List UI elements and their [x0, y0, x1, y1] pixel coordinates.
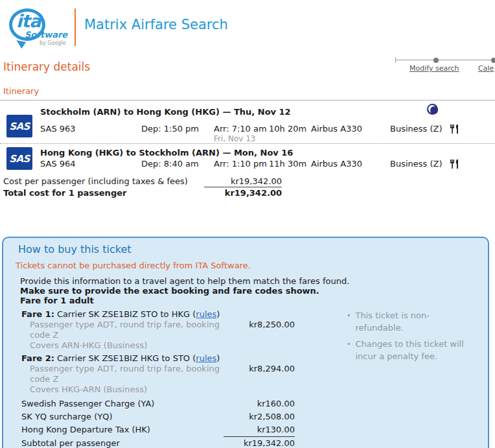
flight-route-header: Stockholm (ARN) to Hong Kong (HKG) — Thu… [40, 107, 291, 117]
total-cost-label: Total cost for 1 passenger [3, 188, 126, 198]
how-to-buy-panel: How to buy this ticket Tickets cannot be… [2, 237, 489, 448]
charge-label: SK YQ surcharge (YQ) [21, 410, 112, 423]
fare-table: Fare 1: Carrier SK ZSE1BIZ STO to HKG (r… [21, 309, 295, 448]
fare-2-amount: kr8,294.00 [224, 364, 295, 384]
fare-1-detail: Passenger type ADT, round trip fare, boo… [21, 320, 224, 340]
ita-logo-software: Software [25, 30, 67, 40]
note-penalty: Changes to this ticket will incur a pena… [347, 338, 473, 362]
fare-2-prefix: Fare 2: [21, 353, 54, 363]
app-title: Matrix Airfare Search [84, 17, 228, 32]
flight-route-header: Hong Kong (HKG) to Stockholm (ARN) — Mon… [40, 148, 293, 158]
page-title: Itinerary details [3, 60, 90, 73]
fare-for-adult-label: Fare for 1 adult [20, 296, 479, 305]
purchase-warning: Tickets cannot be purchased directly fro… [16, 261, 479, 270]
stepper-dot-modify [433, 58, 439, 63]
modify-search-link[interactable]: Modify search [409, 64, 459, 73]
total-cost-row: Total cost for 1 passenger kr19,342.00 [3, 188, 327, 198]
fare-2-title: Carrier SK ZSE1BIZ HKG to STO [57, 353, 190, 363]
subtotal-per-passenger-row: Subtotal per passenger kr19,342.00 [21, 437, 295, 448]
fare-2-covers: Covers HKG-ARN (Business) [21, 384, 295, 395]
charge-amount: kr19,342.00 [224, 437, 295, 448]
charge-row-hk: Hong Kong Departure Tax (HK) kr130.00 [21, 423, 295, 437]
aircraft-type: Airbus A330 [311, 159, 362, 169]
sas-airline-logo: SAS [6, 115, 32, 137]
charge-label: Hong Kong Departure Tax (HK) [21, 423, 150, 437]
stepper-track [395, 60, 495, 60]
flight-row-return: SAS Hong Kong (HKG) to Stockholm (ARN) —… [0, 145, 495, 175]
paren-close: ) [216, 353, 220, 363]
cost-per-passenger-label: Cost per passenger (including taxes & fe… [3, 176, 188, 186]
charge-row-yq: SK YQ surcharge (YQ) kr2,508.00 [21, 410, 295, 423]
how-to-buy-title: How to buy this ticket [18, 243, 479, 255]
flight-number: SAS 963 [40, 124, 76, 134]
fare-1-rules-link[interactable]: rules [196, 309, 216, 319]
fare-2-detail: Passenger type ADT, round trip fare, boo… [21, 364, 224, 384]
ticket-notes: This ticket is non-refundable. Changes t… [347, 309, 473, 448]
fare-2-block: Fare 2: Carrier SK ZSE1BIZ HKG to STO (r… [21, 353, 295, 395]
departure-time: Dep: 8:40 am [141, 159, 199, 169]
charge-amount: kr160.00 [224, 397, 295, 410]
cabin-class: Business (Z) [390, 159, 443, 169]
charge-label: Swedish Passenger Charge (YA) [21, 397, 154, 410]
ita-logo-text: ita [16, 11, 40, 31]
cabin-class: Business (Z) [390, 124, 443, 134]
fare-1-block: Fare 1: Carrier SK ZSE1BIZ STO to HKG (r… [21, 309, 295, 351]
charge-row-ya: Swedish Passenger Charge (YA) kr160.00 [21, 397, 295, 410]
meal-icon [450, 159, 459, 169]
charge-label: Subtotal per passenger [21, 437, 120, 448]
fare-1-amount: kr8,250.00 [224, 320, 295, 340]
total-cost-value: kr19,342.00 [204, 188, 282, 198]
app-header: ita Software by Google Matrix Airfare Se… [0, 0, 495, 57]
fare-breakdown-columns: Fare 1: Carrier SK ZSE1BIZ STO to HKG (r… [21, 309, 479, 448]
charge-amount: kr130.00 [224, 423, 295, 437]
charge-amount: kr2,508.00 [224, 410, 295, 423]
meal-icon [450, 124, 459, 134]
stepper-dot-calendar [491, 58, 495, 63]
note-text: This ticket is non-refundable. [356, 309, 474, 334]
aircraft-type: Airbus A330 [311, 124, 362, 134]
note-text: Changes to this ticket will incur a pena… [356, 338, 474, 362]
flight-duration: 11h 30m [269, 159, 306, 169]
fare-1-title-line: Fare 1: Carrier SK ZSE1BIZ STO to HKG (r… [21, 309, 295, 320]
fare-2-title-line: Fare 2: Carrier SK ZSE1BIZ HKG to STO (r… [21, 353, 295, 364]
cost-per-passenger-value: kr19,342.00 [204, 176, 282, 187]
arrival-time: Arr: 1:10 pm [214, 159, 267, 169]
flight-duration: 10h 20m [269, 124, 306, 134]
paren-close: ) [216, 309, 220, 319]
ita-logo-byline: by Google [40, 40, 66, 46]
instructions-bold-line: Make sure to provide the exact booking a… [20, 286, 479, 296]
departure-time: Dep: 1:50 pm [141, 124, 199, 134]
overnight-moon-icon [427, 104, 438, 115]
flight-row-outbound: SAS Stockholm (ARN) to Hong Kong (HKG) —… [0, 100, 495, 144]
instructions-line: Provide this information to a travel age… [20, 276, 479, 286]
sas-airline-logo: SAS [6, 147, 32, 170]
arrival-date-note: Fri, Nov 13 [214, 134, 255, 143]
fare-1-title: Carrier SK ZSE1BIZ STO to HKG [57, 309, 190, 319]
itinerary-section-label: Itinerary [3, 86, 39, 96]
note-nonrefundable: This ticket is non-refundable. [347, 309, 473, 334]
flight-number: SAS 964 [40, 159, 76, 169]
cost-per-passenger-row: Cost per passenger (including taxes & fe… [3, 176, 327, 186]
fare-1-detail-line: Passenger type ADT, round trip fare, boo… [21, 320, 295, 340]
calendar-link[interactable]: Cale [478, 64, 494, 73]
stepper-tick [395, 57, 396, 63]
arrival-time: Arr: 7:10 am [214, 124, 267, 134]
fare-1-covers: Covers ARN-HKG (Business) [21, 340, 295, 351]
header-divider [75, 8, 76, 46]
fare-2-detail-line: Passenger type ADT, round trip fare, boo… [21, 364, 295, 384]
fare-1-prefix: Fare 1: [21, 309, 54, 319]
fare-2-rules-link[interactable]: rules [196, 353, 216, 363]
